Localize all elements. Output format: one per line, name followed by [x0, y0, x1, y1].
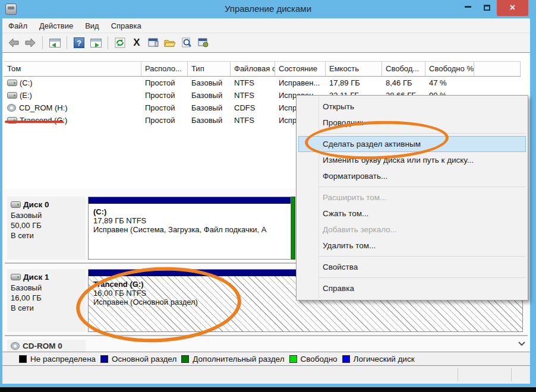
volume-layout: Простой [141, 103, 188, 112]
disk0-card[interactable]: Диск 0 Базовый 50,00 ГБ В сети [7, 197, 86, 260]
volume-type: Базовый [188, 103, 231, 112]
forward-arrow-icon[interactable] [24, 36, 37, 49]
legend-unallocated: Не распределена [19, 355, 96, 363]
menu-separator [297, 254, 528, 259]
partition-size: 17,89 ГБ NTFS [93, 216, 146, 225]
menu-item-add-mirror: Добавить зеркало... [297, 222, 528, 238]
volume-fs: CDFS [231, 103, 275, 112]
open-folder-icon[interactable] [163, 36, 176, 49]
console-tree-icon[interactable] [48, 36, 61, 49]
column-free[interactable]: Свобод... [382, 62, 425, 76]
screenshot-root: Управление дисками × Файл Действие Вид С… [0, 0, 536, 392]
disk-size: 16,00 ГБ [7, 293, 86, 303]
volume-type: Базовый [188, 116, 231, 125]
table-row-c[interactable]: (C:) Простой Базовый NTFS Исправен... 17… [4, 77, 522, 89]
refresh-icon[interactable] [113, 36, 127, 49]
scroll-down-icon[interactable] [518, 339, 525, 348]
legend-swatch [342, 355, 350, 363]
toolbar-separator [42, 36, 43, 49]
menu-item-format[interactable]: Форматировать... [297, 168, 528, 184]
partition-status: Исправен (Система, Загрузка, Файл подкач… [93, 225, 267, 234]
column-layout[interactable]: Располо... [141, 62, 188, 76]
back-arrow-icon[interactable] [7, 36, 20, 49]
properties-icon[interactable] [147, 36, 160, 49]
red-underline-annotation [5, 121, 64, 123]
cdrom0-card[interactable]: CD-ROM 0 [7, 340, 86, 352]
menu-view[interactable]: Вид [79, 18, 105, 33]
legend-swatch [181, 355, 189, 363]
menu-item-delete-volume[interactable]: Удалить том... [297, 238, 528, 254]
disk-status: В сети [7, 230, 86, 241]
disk-icon [11, 201, 21, 208]
legend-logical: Логический диск [342, 355, 415, 363]
column-volume[interactable]: Том [4, 62, 141, 76]
find-icon[interactable] [180, 36, 193, 49]
menu-help[interactable]: Справка [105, 18, 147, 33]
menu-item-shrink-volume[interactable]: Сжать том... [297, 206, 528, 222]
settings-icon[interactable] [197, 36, 210, 49]
toolbar: ? X [2, 33, 530, 53]
volume-fs: NTFS [231, 91, 275, 100]
cd-icon [7, 104, 16, 112]
drive-icon [7, 80, 17, 86]
context-menu: Открыть Проводник Сделать раздел активны… [296, 95, 528, 301]
delete-icon[interactable]: X [130, 36, 143, 49]
disk-icon [11, 274, 21, 280]
legend-extended: Дополнительный раздел [181, 355, 284, 363]
disk-name: CD-ROM 0 [23, 342, 62, 350]
extended-partition-edge [291, 197, 295, 260]
menu-file[interactable]: Файл [2, 18, 33, 33]
volume-layout: Простой [141, 116, 188, 125]
volume-layout: Простой [141, 91, 188, 100]
column-filler [474, 62, 521, 76]
volume-table-header: Том Располо... Тип Файловая с... Состоян… [4, 61, 521, 77]
volume-layout: Простой [141, 78, 188, 87]
volume-fs: NTFS [231, 116, 275, 125]
title-bar: Управление дисками × [0, 0, 536, 18]
disk-name: Диск 1 [23, 273, 49, 282]
menu-separator [297, 131, 528, 136]
toolbar-separator [108, 36, 108, 49]
window-title: Управление дисками [0, 0, 536, 18]
column-status[interactable]: Состояние [275, 62, 326, 76]
drive-icon [7, 92, 17, 99]
minimize-icon [465, 6, 471, 8]
column-fs[interactable]: Файловая с... [231, 62, 275, 76]
disk-name: Диск 0 [23, 200, 49, 209]
volume-capacity: 17,89 ГБ [326, 78, 382, 87]
menu-item-explorer[interactable]: Проводник [297, 115, 528, 131]
column-type[interactable]: Тип [188, 62, 231, 76]
volume-name: (E:) [20, 91, 32, 100]
partition-c[interactable]: (C:) 17,89 ГБ NTFS Исправен (Система, За… [88, 197, 291, 260]
partition-size: 16,00 ГБ NTFS [93, 289, 146, 298]
menu-item-help[interactable]: Справка [297, 280, 528, 296]
status-divider [511, 368, 512, 381]
menu-action[interactable]: Действие [33, 18, 79, 33]
disk1-card[interactable]: Диск 1 Базовый 16,00 ГБ В сети [7, 269, 86, 332]
disk-status: В сети [7, 303, 86, 313]
primary-partition-strip [89, 197, 291, 204]
maximize-icon [484, 5, 490, 11]
action-pane-icon[interactable] [89, 36, 102, 49]
menu-item-open[interactable]: Открыть [297, 99, 528, 115]
volume-name: (C:) [20, 78, 33, 87]
partition-label: (C:) [93, 207, 106, 216]
menu-item-extend-volume: Расширить том... [297, 189, 528, 206]
toolbar-separator [67, 36, 67, 49]
column-capacity[interactable]: Емкость [326, 62, 382, 76]
volume-free: 8,46 ГБ [382, 78, 425, 87]
maximize-button[interactable] [478, 0, 496, 16]
partition-status: Исправен (Основной раздел) [93, 298, 198, 306]
partition-label: Trancend (G:) [93, 280, 144, 289]
disk-type: Базовый [7, 283, 86, 293]
menu-item-change-drive-letter[interactable]: Изменить букву диска или путь к диску... [297, 152, 528, 168]
menu-item-properties[interactable]: Свойства [297, 259, 528, 275]
volume-status: Исправен... [275, 78, 326, 87]
legend-bar: Не распределена Основной раздел Дополнит… [2, 352, 530, 366]
menu-item-mark-partition-active[interactable]: Сделать раздел активным [298, 136, 526, 152]
help-icon[interactable]: ? [72, 36, 86, 49]
column-free-pct[interactable]: Свободно % [425, 62, 474, 76]
disk-type: Базовый [7, 210, 86, 220]
close-button[interactable]: × [497, 0, 528, 16]
minimize-button[interactable] [459, 0, 477, 16]
